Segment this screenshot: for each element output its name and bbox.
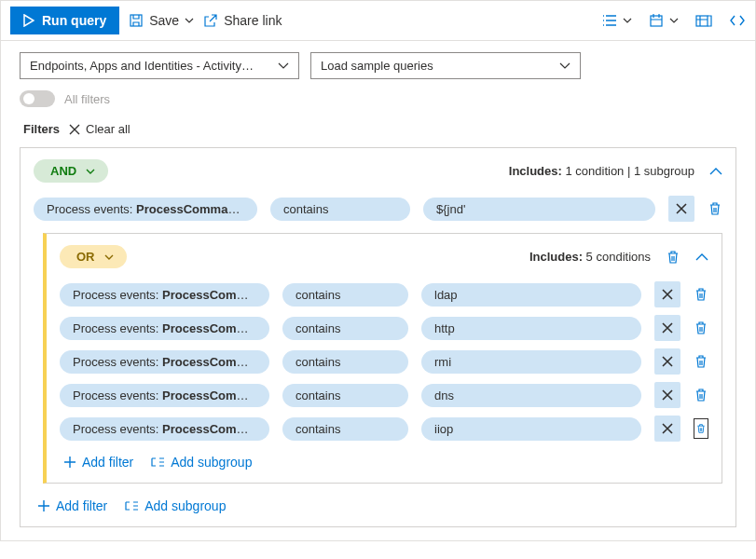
close-icon — [662, 389, 673, 401]
all-filters-toggle[interactable] — [20, 90, 55, 107]
field-pill[interactable]: Process events: ProcessComman… — [60, 350, 269, 374]
add-subgroup-label: Add subgroup — [144, 498, 226, 513]
value-pill[interactable]: ldap — [421, 283, 641, 307]
operator-pill[interactable]: contains — [282, 384, 408, 407]
chevron-down-icon — [669, 18, 679, 23]
toolbar: Run query Save Share link — [1, 1, 755, 41]
condition-row: Process events: ProcessComman… contains … — [60, 311, 708, 345]
all-filters-label: All filters — [64, 92, 110, 106]
add-subgroup-button[interactable]: Add subgroup — [150, 455, 252, 470]
condition-row: Process events: ProcessComman… contains … — [60, 345, 708, 378]
add-filter-label: Add filter — [82, 455, 133, 470]
close-icon — [662, 289, 673, 300]
condition-row: Process events: ProcessComman… contains … — [60, 278, 708, 311]
chevron-down-icon — [623, 18, 632, 23]
delete-condition-button[interactable] — [694, 354, 708, 369]
trash-icon — [694, 354, 708, 369]
remove-condition-button[interactable] — [654, 416, 680, 442]
field-pill[interactable]: Process events: ProcessComman… — [60, 417, 269, 441]
date-range-button[interactable] — [649, 13, 679, 28]
add-filter-button[interactable]: Add filter — [63, 455, 133, 470]
run-query-button[interactable]: Run query — [10, 7, 119, 34]
share-icon — [203, 13, 218, 28]
value-pill[interactable]: ${jnd' — [423, 198, 655, 221]
chevron-down-icon — [278, 62, 289, 69]
trash-icon — [696, 421, 706, 436]
trash-icon — [694, 320, 708, 335]
delete-condition-button[interactable] — [694, 287, 708, 302]
delete-condition-button[interactable] — [708, 201, 722, 216]
group-operator-and[interactable]: AND — [34, 159, 108, 183]
clear-all-label: Clear all — [86, 122, 131, 136]
add-subgroup-label: Add subgroup — [171, 455, 252, 470]
close-icon — [662, 423, 673, 434]
trash-icon — [694, 388, 708, 402]
add-subgroup-button[interactable]: Add subgroup — [124, 498, 226, 513]
remove-condition-button[interactable] — [654, 382, 680, 408]
operator-pill[interactable]: contains — [270, 198, 410, 221]
delete-condition-button[interactable] — [694, 418, 708, 439]
add-filter-button[interactable]: Add filter — [37, 498, 107, 513]
filters-heading: Filters — [23, 122, 60, 136]
code-icon — [729, 14, 746, 27]
operator-pill[interactable]: contains — [282, 283, 408, 307]
filter-root-group: AND Includes: 1 condition | 1 subgroup P… — [20, 147, 736, 527]
share-link-button[interactable]: Share link — [203, 13, 282, 28]
close-icon — [69, 124, 80, 135]
play-icon — [23, 14, 34, 27]
schema-button[interactable] — [695, 13, 712, 28]
close-icon — [662, 356, 673, 367]
delete-subgroup-button[interactable] — [666, 250, 680, 265]
subgroup-icon — [150, 456, 165, 469]
schema-icon — [695, 13, 712, 28]
field-pill[interactable]: Process events: ProcessComman… — [60, 317, 269, 340]
sample-queries-dropdown[interactable]: Load sample queries — [310, 52, 581, 79]
condition-row: Process events: ProcessComman… contains … — [60, 378, 708, 412]
value-pill[interactable]: dns — [421, 384, 641, 407]
trash-icon — [708, 201, 722, 216]
scope-dropdown[interactable]: Endpoints, Apps and Identities - Activit… — [20, 52, 299, 79]
remove-condition-button[interactable] — [654, 315, 680, 341]
scope-dropdown-value: Endpoints, Apps and Identities - Activit… — [30, 59, 254, 73]
value-pill[interactable]: http — [421, 317, 641, 340]
save-icon — [129, 13, 144, 28]
remove-condition-button[interactable] — [668, 196, 694, 222]
operator-pill[interactable]: contains — [282, 317, 408, 340]
save-button[interactable]: Save — [129, 13, 194, 28]
operator-pill[interactable]: contains — [282, 417, 408, 441]
chevron-down-icon — [104, 254, 114, 260]
group-operator-or[interactable]: OR — [60, 245, 127, 268]
trash-icon — [694, 287, 708, 302]
subgroup-icon — [124, 499, 139, 512]
condition-row: Process events: ProcessComman… contains … — [60, 412, 708, 445]
remove-condition-button[interactable] — [654, 281, 680, 307]
add-filter-label: Add filter — [56, 498, 107, 513]
code-view-button[interactable] — [729, 14, 746, 27]
remove-condition-button[interactable] — [654, 348, 680, 375]
condition-row: Process events: ProcessComman… contains … — [34, 192, 722, 225]
chevron-down-icon — [559, 62, 570, 69]
clear-all-button[interactable]: Clear all — [69, 122, 131, 136]
plus-icon — [63, 456, 76, 469]
svg-rect-0 — [131, 15, 142, 26]
calendar-icon — [649, 13, 664, 28]
field-pill[interactable]: Process events: ProcessComman… — [60, 384, 269, 407]
chevron-up-icon[interactable] — [695, 253, 708, 261]
group-summary: Includes: 5 conditions — [529, 250, 651, 264]
svg-rect-1 — [651, 16, 662, 26]
delete-condition-button[interactable] — [694, 388, 708, 402]
chevron-up-icon[interactable] — [709, 168, 722, 175]
value-pill[interactable]: iiop — [421, 417, 641, 441]
operator-label: OR — [76, 250, 95, 264]
operator-label: AND — [50, 164, 76, 178]
field-pill[interactable]: Process events: ProcessComman… — [60, 283, 269, 307]
field-pill[interactable]: Process events: ProcessComman… — [34, 198, 257, 221]
operator-pill[interactable]: contains — [282, 350, 408, 374]
svg-rect-2 — [696, 16, 708, 26]
list-view-button[interactable] — [602, 14, 632, 27]
list-icon — [602, 14, 617, 27]
run-query-label: Run query — [42, 13, 106, 28]
share-label: Share link — [224, 13, 282, 28]
value-pill[interactable]: rmi — [421, 350, 641, 374]
delete-condition-button[interactable] — [694, 320, 708, 335]
